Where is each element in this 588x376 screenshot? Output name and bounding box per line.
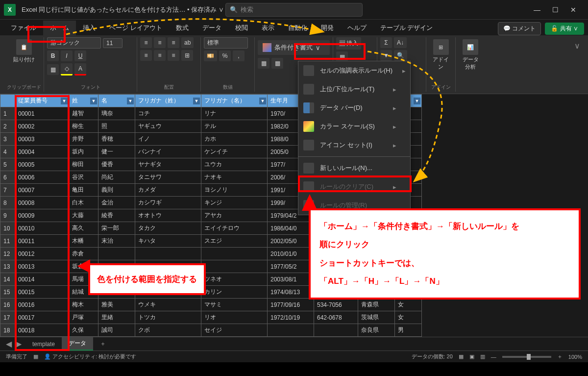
cell[interactable]: 坂内 (69, 146, 98, 158)
cell[interactable]: リナ (201, 107, 268, 120)
zoom-level[interactable]: 100% (568, 354, 582, 360)
cell[interactable]: テル (201, 120, 268, 133)
cell[interactable]: 璃奈 (98, 107, 135, 120)
ribbon-tab-3[interactable]: ページ レイアウト (102, 21, 169, 35)
cell[interactable]: 男 (395, 324, 422, 337)
cell[interactable]: 00005 (15, 158, 69, 171)
cell[interactable]: 奈良県 (358, 324, 395, 337)
cell[interactable]: 久保 (69, 324, 98, 337)
cell[interactable]: 00008 (15, 197, 69, 209)
menu-clear-rules[interactable]: ルールのクリア(C)▸ (298, 177, 410, 196)
cell[interactable]: 2003/08/1 (268, 273, 314, 286)
sheet-tab-data[interactable]: データ (62, 337, 93, 351)
row-header[interactable]: 15 (0, 286, 15, 299)
border-button[interactable]: ▦ (47, 64, 59, 75)
column-header-0[interactable]: 従業員番号▼ (15, 95, 69, 107)
cell[interactable]: オオトウ (135, 209, 201, 222)
cell[interactable]: 誠司 (98, 324, 135, 337)
column-header-4[interactable]: フリガナ（名）▼ (201, 95, 268, 107)
row-header[interactable]: 2 (0, 120, 15, 133)
cell[interactable]: セイジ (201, 324, 268, 337)
cell[interactable]: ヤギュウ (135, 120, 201, 133)
cell[interactable]: 1972/10/19 (268, 311, 314, 324)
cell[interactable]: スエジ (201, 235, 268, 248)
fill-color-button[interactable]: ◇ (61, 63, 73, 75)
font-size-select[interactable]: 11 (103, 38, 122, 48)
cell[interactable]: ツネオ (201, 273, 268, 286)
filter-icon[interactable]: ▼ (259, 98, 266, 104)
column-header-2[interactable]: 名▼ (98, 95, 135, 107)
fill-button[interactable]: ▼ (380, 50, 392, 61)
cell[interactable]: ケンイチ (201, 146, 268, 158)
cell[interactable]: 末治 (98, 235, 135, 248)
cell[interactable]: カホ (201, 133, 268, 146)
cell[interactable]: 青森県 (358, 299, 395, 311)
cell[interactable]: 00006 (15, 171, 69, 184)
cell[interactable]: マサミ (201, 299, 268, 311)
menu-highlight-rules[interactable]: セルの強調表示ルール(H)▸ (298, 61, 410, 80)
cell[interactable]: 栄一郎 (98, 222, 135, 235)
ribbon-tab-6[interactable]: 校閲 (228, 21, 255, 35)
zoom-slider[interactable] (502, 356, 551, 358)
cell[interactable]: 1974/08/13 (268, 286, 314, 299)
cell[interactable]: 里緒 (98, 311, 135, 324)
ribbon-tab-4[interactable]: 数式 (169, 21, 196, 35)
cell[interactable]: 照 (98, 120, 135, 133)
font-color-button[interactable]: A (74, 63, 86, 75)
cell[interactable]: 赤倉 (69, 248, 98, 260)
cell[interactable]: 00016 (15, 299, 69, 311)
comment-button[interactable]: 💬 コメント (498, 22, 541, 35)
view-layout-icon[interactable]: ▣ (469, 353, 474, 360)
cell[interactable]: バンナイ (135, 146, 201, 158)
cell[interactable]: ウメキ (135, 299, 201, 311)
cell[interactable]: ヤナギタ (135, 158, 201, 171)
row-header[interactable]: 11 (0, 235, 15, 248)
percent-button[interactable]: % (219, 50, 231, 61)
cell[interactable]: 00010 (15, 222, 69, 235)
cell[interactable]: 女 (395, 311, 422, 324)
align-right-button[interactable]: ≡ (168, 50, 179, 61)
data-analysis-button[interactable]: 📊 データ 分析 (459, 37, 482, 73)
menu-icon-sets[interactable]: アイコン セット(I)▸ (298, 136, 410, 154)
menu-top-bottom-rules[interactable]: 上位/下位ルール(T)▸ (298, 80, 410, 99)
row-header[interactable]: 14 (0, 273, 15, 286)
row-header[interactable]: 6 (0, 171, 15, 184)
cell[interactable]: 00004 (15, 146, 69, 158)
zoom-in-button[interactable]: ＋ (557, 353, 563, 360)
cell[interactable]: 綾香 (98, 209, 135, 222)
cell[interactable]: 00009 (15, 209, 69, 222)
cell[interactable]: 白木 (69, 197, 98, 209)
cell[interactable]: 00015 (15, 286, 69, 299)
cell[interactable]: カシワギ (135, 197, 201, 209)
addins-button[interactable]: ⊞ アドイン (429, 37, 452, 73)
close-button[interactable]: ✕ (570, 6, 576, 14)
cell[interactable]: 女 (395, 299, 422, 311)
align-bottom-button[interactable]: ≡ (168, 37, 179, 48)
cell[interactable]: 雅美 (98, 299, 135, 311)
cell[interactable]: 義則 (98, 184, 135, 197)
cell[interactable] (314, 324, 358, 337)
cell[interactable]: 00002 (15, 120, 69, 133)
cell[interactable]: 優香 (98, 158, 135, 171)
cell[interactable]: 534-7056 (314, 299, 358, 311)
sort-button[interactable]: A↓ (394, 37, 407, 48)
column-header-3[interactable]: フリガナ（姓）▼ (135, 95, 201, 107)
currency-button[interactable]: 💴 (204, 50, 217, 61)
format-table-button[interactable]: ▦ (258, 58, 270, 69)
insert-cells-button[interactable]: ▦ 挿入 (336, 37, 361, 50)
cell[interactable]: 茨城県 (358, 311, 395, 324)
cell[interactable] (268, 324, 314, 337)
cell[interactable]: リオ (201, 311, 268, 324)
cell[interactable]: 高久 (69, 222, 98, 235)
cell[interactable] (135, 248, 201, 260)
row-header[interactable]: 3 (0, 133, 15, 146)
cell[interactable]: 健一 (98, 146, 135, 158)
sheet-tab-template[interactable]: template (25, 339, 62, 350)
accessibility-status[interactable]: 👤 アクセシビリティ: 検討が必要です (44, 353, 136, 360)
cell[interactable] (98, 248, 135, 260)
ribbon-tab-11[interactable]: テーブル デザイン (373, 21, 440, 35)
cell[interactable]: 00007 (15, 184, 69, 197)
sheet-add-button[interactable]: ＋ (93, 338, 113, 350)
view-normal-icon[interactable]: ▦ (459, 353, 464, 360)
cell[interactable]: 00017 (15, 311, 69, 324)
